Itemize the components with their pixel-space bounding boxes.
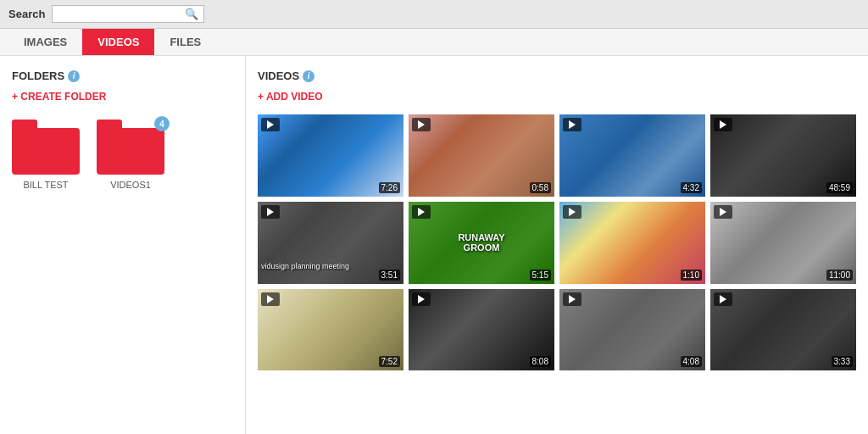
play-icon-9 [261,292,280,306]
folders-title: FOLDERS i [12,70,233,82]
videos-section-title: VIDEOS i [258,70,856,82]
add-video-button[interactable]: + ADD VIDEO [258,91,323,103]
search-label: Search [8,8,45,20]
top-bar: Search 🔍 [0,0,868,29]
video-thumb-1[interactable]: 7:26 [258,114,403,197]
video-duration-11: 4:08 [681,356,702,367]
video-duration-7: 1:10 [681,270,702,281]
video-thumb-8[interactable]: 11:00 [710,202,856,284]
play-icon-3 [563,118,581,131]
video-thumb-11[interactable]: 4:08 [559,289,705,371]
video-thumb-5[interactable]: vidusign planning meeting 3:51 [258,202,403,284]
video-thumb-2[interactable]: 0:58 [409,114,554,197]
video-duration-1: 7:26 [379,182,400,193]
main-content: FOLDERS i + CREATE FOLDER BILL TEST 4 [0,56,868,434]
video-duration-9: 7:52 [379,356,400,367]
folder-videos1[interactable]: 4 VIDEOS1 [97,120,164,190]
video-thumb-9[interactable]: 7:52 [258,289,403,371]
video-thumb-3[interactable]: 4:32 [559,114,705,197]
search-box: 🔍 [52,5,204,23]
play-icon-2 [412,118,431,131]
play-icon-5 [261,205,280,219]
video-duration-10: 8:08 [530,356,551,367]
video-thumb-12[interactable]: 3:33 [710,289,856,371]
play-icon-7 [563,205,581,219]
play-icon-6 [412,205,431,219]
tabs-bar: IMAGES VIDEOS FILES [0,29,868,56]
play-icon-12 [714,292,732,306]
videos-panel: VIDEOS i + ADD VIDEO 7:26 0:58 4:32 48:5… [246,56,868,434]
folder-icon-videos1: 4 [97,120,164,175]
tab-images[interactable]: IMAGES [8,29,82,55]
tab-files[interactable]: FILES [154,29,216,55]
create-folder-button[interactable]: + CREATE FOLDER [12,91,106,103]
play-icon-11 [563,292,581,306]
video-duration-6: 5:15 [530,270,551,281]
folder-badge-videos1: 4 [154,116,170,131]
play-icon-10 [412,292,431,306]
folder-body-2 [97,128,164,175]
video-label-6: RUNAWAY GROOM [445,232,518,253]
video-duration-12: 3:33 [832,356,853,367]
folder-bill-test[interactable]: BILL TEST [12,120,80,190]
folder-name-bill-test: BILL TEST [23,180,68,190]
video-duration-4: 48:59 [826,182,853,193]
folders-grid: BILL TEST 4 VIDEOS1 [12,120,233,190]
tab-videos[interactable]: VIDEOS [82,29,154,55]
play-icon-4 [714,118,732,131]
video-duration-8: 11:00 [826,270,853,281]
folder-name-videos1: VIDEOS1 [110,180,151,190]
video-duration-3: 4:32 [681,182,702,193]
video-label-5: vidusign planning meeting [261,262,400,270]
play-icon-8 [714,205,732,219]
video-duration-5: 3:51 [379,270,400,281]
video-thumb-4[interactable]: 48:59 [710,114,856,197]
play-icon-1 [261,118,280,131]
search-icon: 🔍 [185,8,198,20]
folder-icon-bill-test [12,120,80,175]
video-thumb-7[interactable]: 1:10 [559,202,705,284]
sidebar: FOLDERS i + CREATE FOLDER BILL TEST 4 [0,56,246,434]
video-duration-2: 0:58 [530,182,551,193]
video-thumb-6[interactable]: RUNAWAY GROOM 5:15 [409,202,554,284]
videos-info-icon: i [303,70,314,82]
folders-info-icon: i [68,70,80,82]
videos-grid: 7:26 0:58 4:32 48:59 vidusign planning m… [258,114,856,370]
search-input[interactable] [58,8,185,20]
folder-body [12,128,80,175]
video-thumb-10[interactable]: 8:08 [409,289,554,371]
